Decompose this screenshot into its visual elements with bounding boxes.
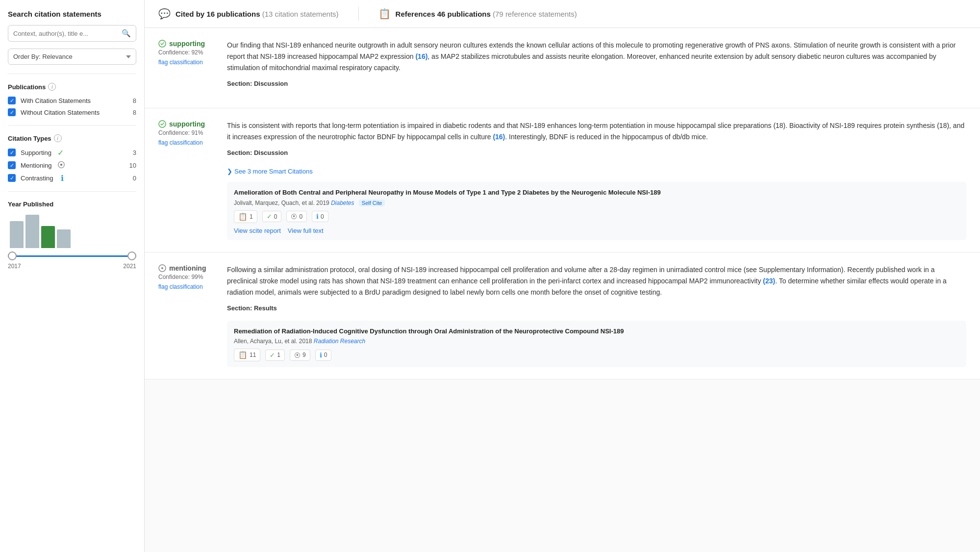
bar-2017 [10,221,24,248]
filter-without-citation[interactable]: Without Citation Statements 8 [8,108,136,116]
dash-icon-2: ⦿ [294,351,301,359]
header-divider [358,7,359,21]
citation-2-text: This is consistent with reports that lon… [227,120,966,158]
citation-3-section: Section: Results [227,303,966,313]
supporting-icon-2 [158,120,166,128]
citation-types-label: Citation Types i [8,134,136,142]
view-full-text-link[interactable]: View full text [288,227,324,234]
info-icon-2: ℹ [320,351,322,359]
view-scite-report-link[interactable]: View scite report [234,227,281,234]
filter-supporting[interactable]: Supporting ✓ 3 [8,148,136,157]
pub-2-stats: 📋 11 ✓ 1 ⦿ 9 ℹ 0 [234,349,959,361]
filter-contrasting[interactable]: Contrasting ℹ 0 [8,174,136,182]
citation-1-type: supporting [158,40,217,48]
checkbox-without-citation[interactable] [8,108,16,116]
pub-1-authors: Jolivalt, Marquez, Quach, et al. 2019 Di… [234,200,959,206]
divider-3 [8,191,136,192]
svg-point-3 [161,267,163,269]
citation-2-confidence: Confidence: 91% [158,129,217,136]
search-box[interactable]: 🔍 [8,25,136,42]
citation-2-badge: supporting Confidence: 91% flag classifi… [158,120,217,158]
mentioning-icon-3 [158,264,166,272]
checkbox-supporting[interactable] [8,149,16,156]
pub-1-stats: 📋 1 ✓ 0 ⦿ 0 ℹ 0 [234,210,959,223]
pub-2-stat-dash: ⦿ 9 [290,350,310,361]
pub-2-title: Remediation of Radiation-Induced Cogniti… [234,326,959,336]
pub-1-stat-info: ℹ 0 [312,211,328,222]
checkbox-with-citation[interactable] [8,97,16,104]
cited-by-title: Cited by 16 publications (13 citation st… [176,10,339,18]
check-circle-icon: ✓ [267,213,272,220]
citations-list: supporting Confidence: 92% flag classifi… [145,28,980,379]
divider-2 [8,125,136,125]
pub-1-links: View scite report View full text [234,227,959,234]
citation-2: supporting Confidence: 91% flag classifi… [145,108,980,252]
see-more-button[interactable]: ❯ See 3 more Smart Citations [227,168,313,175]
citation-1-link[interactable]: (16) [415,52,427,60]
citation-1: supporting Confidence: 92% flag classifi… [145,28,980,108]
pub-2-stat-check: ✓ 1 [265,350,285,361]
supporting-icon-1 [158,40,166,48]
pub-1-selfcite: Self Cite [359,200,385,206]
sidebar-title: Search citation statements [8,10,136,18]
range-thumb-right[interactable] [127,251,136,260]
publications-info-icon[interactable]: i [48,83,56,91]
pub-1-stat-dash: ⦿ 0 [286,211,307,222]
filter-mentioning[interactable]: Mentioning ⦿ 10 [8,161,136,170]
contrasting-type-icon: ℹ [58,174,67,182]
citation-3-text: Following a similar administration proto… [227,264,966,314]
pub-1-title: Amelioration of Both Central and Periphe… [234,188,959,198]
year-range-slider[interactable] [8,251,136,261]
citation-3: mentioning Confidence: 99% flag classifi… [145,252,980,379]
citation-3-link[interactable]: (23) [763,277,775,285]
year-bar-chart [8,214,136,248]
citation-1-badge: supporting Confidence: 92% flag classifi… [158,40,217,89]
pub-2-stat-info: ℹ 0 [315,350,332,361]
citation-3-confidence: Confidence: 99% [158,274,217,280]
citation-3-badge: mentioning Confidence: 99% flag classifi… [158,264,217,314]
order-select[interactable]: Order By: Relevance [8,49,136,65]
citation-types-info-icon[interactable]: i [54,134,62,142]
references-tab[interactable]: 📋 References 46 publications (79 referen… [378,8,577,20]
sidebar: Search citation statements 🔍 Order By: R… [0,0,145,552]
check-icon-2: ✓ [270,351,275,359]
citation-2-section: Section: Discussion [227,148,966,158]
references-title: References 46 publications (79 reference… [396,10,577,18]
citation-2-header: supporting Confidence: 91% flag classifi… [158,120,966,158]
year-published-label: Year Published [8,201,136,208]
citation-1-flag[interactable]: flag classification [158,59,203,66]
docs-icon-2: 📋 [238,351,248,359]
publication-entry-1: Amelioration of Both Central and Periphe… [227,182,966,240]
citation-2-link[interactable]: (16) [493,133,505,141]
publications-label: Publications i [8,83,136,91]
pub-1-journal[interactable]: Diabetes [331,200,354,206]
citation-1-section: Section: Discussion [227,78,966,89]
chevron-down-icon: ❯ [227,168,232,175]
range-track [8,255,136,257]
citation-2-flag[interactable]: flag classification [158,139,203,146]
citation-1-confidence: Confidence: 92% [158,49,217,56]
dash-icon: ⦿ [291,213,297,220]
mentioning-type-icon: ⦿ [57,161,66,170]
references-icon: 📋 [378,8,391,20]
main-header: 💬 Cited by 16 publications (13 citation … [145,0,980,28]
checkbox-mentioning[interactable] [8,161,16,169]
supporting-type-icon: ✓ [56,148,65,157]
citation-3-header: mentioning Confidence: 99% flag classifi… [158,264,966,314]
filter-with-citation[interactable]: With Citation Statements 8 [8,97,136,104]
bar-2020 [57,229,71,248]
checkbox-contrasting[interactable] [8,174,16,182]
search-icon: 🔍 [122,29,131,38]
pub-2-stat-docs: 📋 11 [234,349,260,361]
search-input[interactable] [13,30,122,37]
pub-2-authors: Allen, Acharya, Lu, et al. 2018 Radiatio… [234,338,959,345]
cited-by-tab[interactable]: 💬 Cited by 16 publications (13 citation … [158,8,339,20]
year-labels: 2017 2021 [8,263,136,270]
citation-3-flag[interactable]: flag classification [158,283,203,290]
citation-1-header: supporting Confidence: 92% flag classifi… [158,40,966,89]
main-content: 💬 Cited by 16 publications (13 citation … [145,0,980,552]
bar-2019 [41,226,55,248]
pub-2-journal[interactable]: Radiation Research [314,338,365,345]
range-thumb-left[interactable] [8,251,17,260]
divider-1 [8,74,136,74]
